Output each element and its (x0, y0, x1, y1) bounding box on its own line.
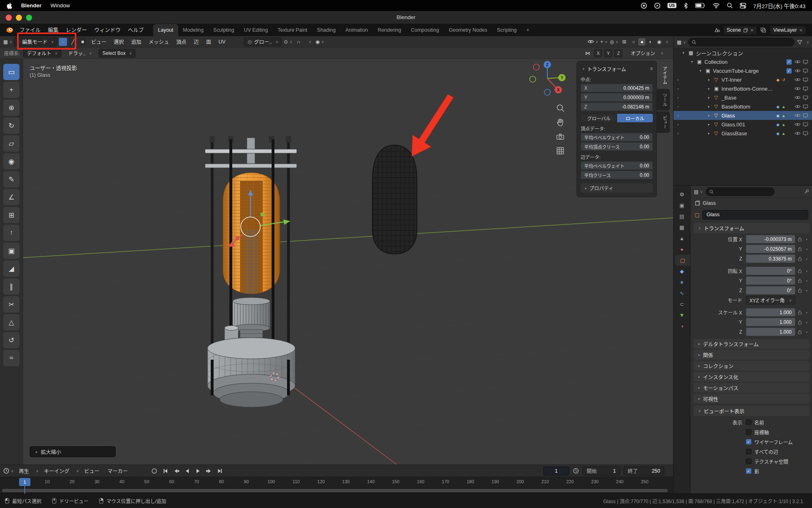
frame-start-field[interactable]: 開始1 (583, 467, 620, 475)
tool-options-dropdown[interactable]: オプション (628, 50, 658, 56)
playhead[interactable]: 1 (19, 478, 30, 486)
zoom-tool-icon[interactable] (555, 103, 566, 113)
mirror-axis-toggle[interactable]: X (594, 49, 602, 57)
collection-checkbox[interactable]: ✓ (786, 59, 792, 65)
outliner-row[interactable]: ● ▾ ▦ シーンコレクション ✓ (674, 48, 812, 57)
number-field[interactable]: 0.33875 m (746, 254, 795, 263)
operator-redo-panel[interactable]: ▸ 拡大縮小 (30, 446, 116, 457)
jump-to-end-button[interactable] (215, 467, 225, 475)
properties-collapsed-panel[interactable]: ▸ プロパティ (581, 183, 653, 193)
timeline-scrollbar[interactable] (2, 489, 668, 492)
median-value-field[interactable]: Y 0.000003 m (581, 93, 653, 102)
viewport-3d-region[interactable]: ユーザー・透視投影 (1) Glass Z Y X (23, 59, 673, 465)
animate-dot-icon[interactable]: ● (804, 270, 809, 272)
animate-dot-icon[interactable]: ● (804, 331, 809, 333)
animate-dot-icon[interactable]: ● (804, 238, 809, 241)
rotation-mode-dropdown[interactable]: XYZ オイラー角∨ (746, 296, 795, 304)
lock-icon[interactable] (795, 288, 804, 293)
view-layer-selector[interactable]: ViewLayer ✕ (769, 26, 806, 35)
checkbox[interactable]: ✓ (746, 468, 752, 474)
disclosure-icon[interactable]: ▾ (691, 60, 697, 64)
disable-in-renders-icon[interactable] (801, 87, 809, 91)
unlink-scene-icon[interactable]: ✕ (750, 28, 754, 33)
properties-tab-modifiers[interactable]: ◆ (674, 266, 690, 277)
lock-icon[interactable] (795, 330, 804, 334)
timeline-menu-keying[interactable]: キーイング (41, 467, 72, 475)
outliner-row[interactable]: ● ▸ ▽ _Base ✓ (674, 93, 812, 102)
checkbox[interactable]: ✓ (746, 458, 752, 464)
zoom-window-button[interactable] (26, 15, 32, 21)
macos-menu-app[interactable]: Blender (21, 2, 41, 9)
tool-select-box[interactable]: ▭ (3, 64, 19, 80)
sidebar-tab[interactable]: ツール (657, 89, 670, 111)
menubar-clock[interactable]: 7月27日(水) 午後0:43 (753, 2, 806, 10)
disable-in-renders-icon[interactable] (801, 60, 809, 64)
animate-dot-icon[interactable]: ● (804, 289, 809, 292)
properties-tab-tool[interactable]: ⚙ (674, 189, 690, 200)
blender-logo[interactable] (6, 27, 13, 33)
hide-in-viewport-icon[interactable] (794, 78, 801, 82)
tool-add-cube[interactable]: ⊞ (3, 207, 19, 223)
workspace-tab-Animation[interactable]: Animation (341, 24, 373, 36)
outliner-row[interactable]: ● ▸ ▣ InnerBottom-Connector ✓ (674, 84, 812, 93)
disable-in-renders-icon[interactable] (801, 122, 809, 127)
hide-in-viewport-icon[interactable] (794, 131, 801, 135)
disable-in-renders-icon[interactable] (801, 78, 809, 82)
timeline-menu-marker[interactable]: マーカー (105, 467, 131, 475)
shading-solid-button[interactable]: ● (638, 38, 646, 46)
edge-select-mode-button[interactable]: ╱ (69, 38, 77, 46)
tool-rotate[interactable]: ↻ (3, 117, 19, 134)
disable-in-renders-icon[interactable] (801, 131, 809, 136)
prev-keyframe-button[interactable] (171, 467, 181, 475)
properties-tab-output[interactable]: ▤ (674, 211, 690, 222)
mode-dropdown[interactable]: ∷ 編集モード ∨ (14, 37, 57, 46)
properties-tab-constraints[interactable]: ⊂ (674, 299, 690, 310)
collapsed-section-header[interactable]: ▸ モーションパス (693, 383, 810, 393)
menu-window[interactable]: ウィンドウ (91, 24, 124, 36)
checkbox[interactable]: ✓ (746, 449, 752, 454)
timeline-menu-view[interactable]: ビュー (81, 467, 102, 475)
number-field[interactable]: -0.000373 m (746, 235, 795, 243)
mirror-axis-toggle[interactable]: Y (604, 49, 612, 57)
pin-icon[interactable] (804, 189, 809, 194)
properties-tab-particles[interactable]: ∗ (674, 277, 690, 288)
frame-end-field[interactable]: 終了250 (624, 467, 664, 475)
disclosure-icon[interactable]: ▸ (708, 78, 714, 82)
animate-dot-icon[interactable]: ● (804, 311, 809, 314)
scene-selector[interactable]: Scene ✕ (723, 26, 758, 35)
toggle-ortho-grid-icon[interactable] (555, 145, 566, 156)
properties-editor-type-button[interactable]: ▤∨ (694, 187, 703, 196)
tool-poly-build[interactable]: △ (3, 314, 19, 330)
snapping-dropdown[interactable]: ∨ (304, 37, 313, 46)
disclosure-icon[interactable]: ▾ (682, 51, 689, 55)
workspace-tab-Modeling[interactable]: Modeling (178, 24, 209, 36)
checkbox[interactable]: ✓ (746, 429, 752, 435)
properties-search[interactable] (706, 187, 775, 196)
menu-vertex[interactable]: 頂点 (173, 38, 189, 46)
tool-inset-faces[interactable]: ▣ (3, 243, 19, 259)
properties-tab-physics[interactable]: ∿ (674, 288, 690, 299)
tool-scale[interactable]: ▱ (3, 135, 19, 152)
vertex-select-mode-button[interactable]: ∙ (59, 38, 67, 46)
tool-measure[interactable]: ∠ (3, 189, 19, 205)
checkbox[interactable]: ✓ (746, 419, 752, 425)
collapse-transform-icon[interactable]: ∨ (582, 67, 585, 71)
number-field[interactable]: 1.000 (746, 308, 795, 317)
battery-icon[interactable] (695, 3, 706, 8)
number-field[interactable]: 1.000 (746, 318, 795, 326)
menu-mesh[interactable]: メッシュ (146, 38, 172, 46)
animate-dot-icon[interactable]: ● (804, 280, 809, 282)
mirror-axis-toggle[interactable]: Z (614, 49, 622, 57)
workspace-tab-Texture Paint[interactable]: Texture Paint (273, 24, 312, 36)
collapsed-section-header[interactable]: ▸ インスタンス化 (693, 372, 810, 382)
gizmos-dropdown[interactable]: +∨ (599, 37, 608, 46)
play-reverse-button[interactable] (182, 467, 192, 475)
hide-in-viewport-icon[interactable] (794, 113, 801, 117)
orientation-setting-dropdown[interactable]: デフォルト ∨ (23, 49, 61, 58)
workspace-tab-Sculpting[interactable]: Sculpting (208, 24, 239, 36)
hide-in-viewport-icon[interactable] (794, 87, 801, 91)
timeline-editor-type-button[interactable]: ∨ (3, 467, 14, 475)
lock-icon[interactable] (795, 256, 804, 261)
outliner-row[interactable]: ● ▸ ▽ Glass.001 ◆ ▲ ✓ (674, 120, 812, 129)
checkbox[interactable]: ✓ (746, 439, 752, 445)
